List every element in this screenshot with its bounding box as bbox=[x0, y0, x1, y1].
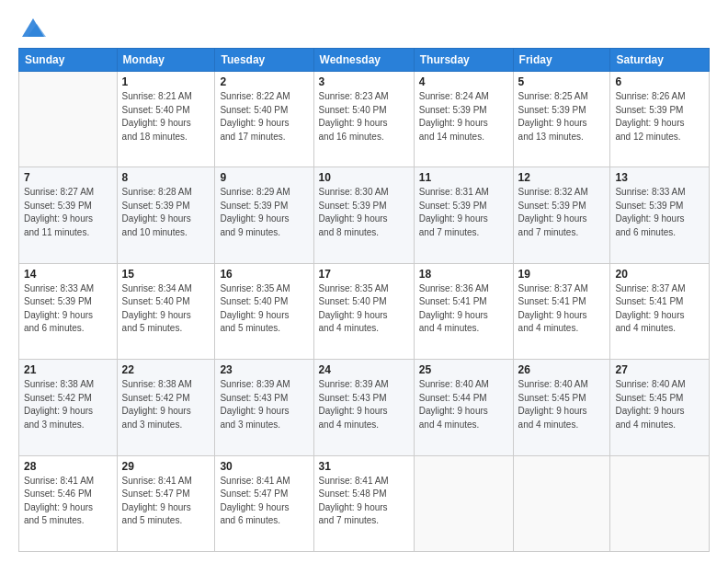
day-number: 17 bbox=[319, 268, 409, 281]
day-info: Sunrise: 8:39 AM Sunset: 5:43 PM Dayligh… bbox=[220, 378, 308, 431]
day-number: 16 bbox=[220, 268, 308, 281]
calendar-cell: 15Sunrise: 8:34 AM Sunset: 5:40 PM Dayli… bbox=[117, 263, 215, 359]
day-number: 29 bbox=[122, 460, 210, 473]
day-number: 14 bbox=[24, 268, 112, 281]
day-number: 1 bbox=[122, 75, 210, 88]
day-info: Sunrise: 8:31 AM Sunset: 5:39 PM Dayligh… bbox=[419, 186, 508, 239]
calendar-header-wednesday: Wednesday bbox=[313, 49, 414, 72]
calendar-cell: 8Sunrise: 8:28 AM Sunset: 5:39 PM Daylig… bbox=[117, 167, 215, 263]
day-number: 28 bbox=[24, 460, 112, 473]
day-info: Sunrise: 8:32 AM Sunset: 5:39 PM Dayligh… bbox=[518, 186, 606, 239]
day-number: 20 bbox=[615, 268, 704, 281]
day-info: Sunrise: 8:39 AM Sunset: 5:43 PM Dayligh… bbox=[319, 378, 409, 431]
day-info: Sunrise: 8:35 AM Sunset: 5:40 PM Dayligh… bbox=[319, 282, 409, 336]
calendar-cell: 22Sunrise: 8:38 AM Sunset: 5:42 PM Dayli… bbox=[117, 360, 215, 455]
day-info: Sunrise: 8:38 AM Sunset: 5:42 PM Dayligh… bbox=[24, 378, 112, 431]
logo bbox=[18, 15, 51, 40]
day-number: 12 bbox=[518, 171, 606, 184]
day-number: 22 bbox=[122, 363, 210, 376]
calendar-header-friday: Friday bbox=[513, 49, 610, 72]
calendar-cell bbox=[513, 455, 610, 551]
day-number: 2 bbox=[220, 75, 308, 88]
calendar-header-sunday: Sunday bbox=[19, 49, 118, 72]
day-info: Sunrise: 8:41 AM Sunset: 5:47 PM Dayligh… bbox=[220, 475, 308, 528]
calendar-cell: 14Sunrise: 8:33 AM Sunset: 5:39 PM Dayli… bbox=[19, 263, 118, 359]
calendar-cell: 18Sunrise: 8:36 AM Sunset: 5:41 PM Dayli… bbox=[414, 263, 513, 359]
calendar-week-row: 7Sunrise: 8:27 AM Sunset: 5:39 PM Daylig… bbox=[19, 167, 710, 263]
day-info: Sunrise: 8:37 AM Sunset: 5:41 PM Dayligh… bbox=[518, 282, 606, 336]
calendar-header-row: SundayMondayTuesdayWednesdayThursdayFrid… bbox=[19, 49, 710, 72]
calendar-week-row: 14Sunrise: 8:33 AM Sunset: 5:39 PM Dayli… bbox=[19, 263, 710, 359]
calendar-cell bbox=[19, 72, 118, 167]
calendar-cell bbox=[610, 455, 710, 551]
day-info: Sunrise: 8:40 AM Sunset: 5:45 PM Dayligh… bbox=[615, 378, 704, 431]
calendar-cell: 9Sunrise: 8:29 AM Sunset: 5:39 PM Daylig… bbox=[215, 167, 313, 263]
calendar-week-row: 21Sunrise: 8:38 AM Sunset: 5:42 PM Dayli… bbox=[19, 360, 710, 455]
day-info: Sunrise: 8:29 AM Sunset: 5:39 PM Dayligh… bbox=[220, 186, 308, 239]
day-info: Sunrise: 8:26 AM Sunset: 5:39 PM Dayligh… bbox=[615, 90, 704, 144]
calendar-cell: 1Sunrise: 8:21 AM Sunset: 5:40 PM Daylig… bbox=[117, 72, 215, 167]
day-number: 5 bbox=[518, 75, 606, 88]
day-number: 21 bbox=[24, 363, 112, 376]
calendar-cell: 10Sunrise: 8:30 AM Sunset: 5:39 PM Dayli… bbox=[313, 167, 414, 263]
calendar-week-row: 1Sunrise: 8:21 AM Sunset: 5:40 PM Daylig… bbox=[19, 72, 710, 167]
calendar-header-saturday: Saturday bbox=[610, 49, 710, 72]
calendar-cell: 2Sunrise: 8:22 AM Sunset: 5:40 PM Daylig… bbox=[215, 72, 313, 167]
calendar-cell: 5Sunrise: 8:25 AM Sunset: 5:39 PM Daylig… bbox=[513, 72, 610, 167]
day-number: 10 bbox=[319, 171, 409, 184]
day-info: Sunrise: 8:38 AM Sunset: 5:42 PM Dayligh… bbox=[122, 378, 210, 431]
calendar-cell: 26Sunrise: 8:40 AM Sunset: 5:45 PM Dayli… bbox=[513, 360, 610, 455]
calendar-cell: 4Sunrise: 8:24 AM Sunset: 5:39 PM Daylig… bbox=[414, 72, 513, 167]
calendar-cell: 31Sunrise: 8:41 AM Sunset: 5:48 PM Dayli… bbox=[313, 455, 414, 551]
calendar-cell: 12Sunrise: 8:32 AM Sunset: 5:39 PM Dayli… bbox=[513, 167, 610, 263]
calendar-cell: 13Sunrise: 8:33 AM Sunset: 5:39 PM Dayli… bbox=[610, 167, 710, 263]
calendar-header-monday: Monday bbox=[117, 49, 215, 72]
day-info: Sunrise: 8:35 AM Sunset: 5:40 PM Dayligh… bbox=[220, 282, 308, 336]
day-number: 31 bbox=[319, 460, 409, 473]
day-number: 3 bbox=[319, 75, 409, 88]
page: SundayMondayTuesdayWednesdayThursdayFrid… bbox=[0, 0, 728, 563]
day-number: 27 bbox=[615, 363, 704, 376]
calendar-week-row: 28Sunrise: 8:41 AM Sunset: 5:46 PM Dayli… bbox=[19, 455, 710, 551]
calendar-cell: 24Sunrise: 8:39 AM Sunset: 5:43 PM Dayli… bbox=[313, 360, 414, 455]
day-number: 30 bbox=[220, 460, 308, 473]
calendar-table: SundayMondayTuesdayWednesdayThursdayFrid… bbox=[18, 48, 710, 552]
header bbox=[18, 15, 710, 40]
day-number: 7 bbox=[24, 171, 112, 184]
calendar-cell: 17Sunrise: 8:35 AM Sunset: 5:40 PM Dayli… bbox=[313, 263, 414, 359]
calendar-cell: 27Sunrise: 8:40 AM Sunset: 5:45 PM Dayli… bbox=[610, 360, 710, 455]
calendar-header-thursday: Thursday bbox=[414, 49, 513, 72]
day-info: Sunrise: 8:36 AM Sunset: 5:41 PM Dayligh… bbox=[419, 282, 508, 336]
calendar-cell: 6Sunrise: 8:26 AM Sunset: 5:39 PM Daylig… bbox=[610, 72, 710, 167]
calendar-cell: 19Sunrise: 8:37 AM Sunset: 5:41 PM Dayli… bbox=[513, 263, 610, 359]
calendar-cell: 3Sunrise: 8:23 AM Sunset: 5:40 PM Daylig… bbox=[313, 72, 414, 167]
day-info: Sunrise: 8:30 AM Sunset: 5:39 PM Dayligh… bbox=[319, 186, 409, 239]
day-number: 8 bbox=[122, 171, 210, 184]
day-number: 9 bbox=[220, 171, 308, 184]
calendar-cell: 30Sunrise: 8:41 AM Sunset: 5:47 PM Dayli… bbox=[215, 455, 313, 551]
day-info: Sunrise: 8:41 AM Sunset: 5:46 PM Dayligh… bbox=[24, 475, 112, 528]
day-info: Sunrise: 8:28 AM Sunset: 5:39 PM Dayligh… bbox=[122, 186, 210, 239]
day-number: 6 bbox=[615, 75, 704, 88]
calendar-cell: 7Sunrise: 8:27 AM Sunset: 5:39 PM Daylig… bbox=[19, 167, 118, 263]
calendar-cell: 21Sunrise: 8:38 AM Sunset: 5:42 PM Dayli… bbox=[19, 360, 118, 455]
calendar-cell: 29Sunrise: 8:41 AM Sunset: 5:47 PM Dayli… bbox=[117, 455, 215, 551]
day-info: Sunrise: 8:41 AM Sunset: 5:48 PM Dayligh… bbox=[319, 475, 409, 528]
day-info: Sunrise: 8:40 AM Sunset: 5:44 PM Dayligh… bbox=[419, 378, 508, 431]
day-info: Sunrise: 8:21 AM Sunset: 5:40 PM Dayligh… bbox=[122, 90, 210, 144]
day-number: 26 bbox=[518, 363, 606, 376]
day-info: Sunrise: 8:25 AM Sunset: 5:39 PM Dayligh… bbox=[518, 90, 606, 144]
calendar-cell: 25Sunrise: 8:40 AM Sunset: 5:44 PM Dayli… bbox=[414, 360, 513, 455]
day-number: 13 bbox=[615, 171, 704, 184]
calendar-header-tuesday: Tuesday bbox=[215, 49, 313, 72]
calendar-cell: 11Sunrise: 8:31 AM Sunset: 5:39 PM Dayli… bbox=[414, 167, 513, 263]
day-number: 24 bbox=[319, 363, 409, 376]
day-number: 25 bbox=[419, 363, 508, 376]
day-info: Sunrise: 8:22 AM Sunset: 5:40 PM Dayligh… bbox=[220, 90, 308, 144]
day-info: Sunrise: 8:23 AM Sunset: 5:40 PM Dayligh… bbox=[319, 90, 409, 144]
day-number: 15 bbox=[122, 268, 210, 281]
calendar-cell: 20Sunrise: 8:37 AM Sunset: 5:41 PM Dayli… bbox=[610, 263, 710, 359]
day-number: 11 bbox=[419, 171, 508, 184]
calendar-cell: 16Sunrise: 8:35 AM Sunset: 5:40 PM Dayli… bbox=[215, 263, 313, 359]
calendar-cell: 23Sunrise: 8:39 AM Sunset: 5:43 PM Dayli… bbox=[215, 360, 313, 455]
